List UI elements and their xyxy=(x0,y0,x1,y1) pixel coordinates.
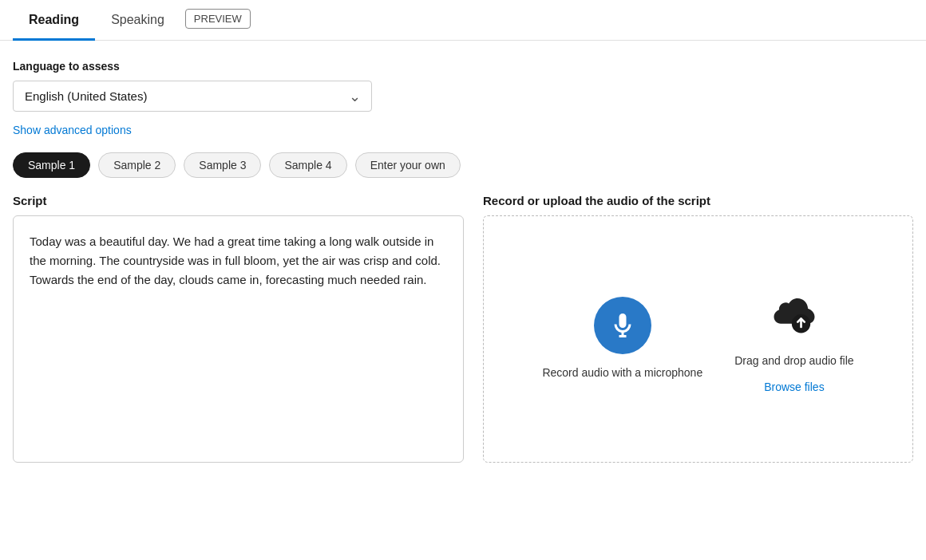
upload-audio-text: Drag and drop audio file xyxy=(734,353,853,369)
record-audio-option[interactable]: Record audio with a microphone xyxy=(542,297,702,381)
script-text-box: Today was a beautiful day. We had a grea… xyxy=(13,215,464,463)
tab-speaking[interactable]: Speaking xyxy=(95,0,180,41)
pill-enter-own[interactable]: Enter your own xyxy=(355,152,461,178)
tab-speaking-label: Speaking xyxy=(111,13,164,26)
cloud-upload-icon xyxy=(766,285,823,342)
script-text: Today was a beautiful day. We had a grea… xyxy=(30,235,441,286)
language-select[interactable]: English (United States) English (UK) Spa… xyxy=(13,81,372,112)
tab-reading[interactable]: Reading xyxy=(13,0,95,41)
microphone-icon[interactable] xyxy=(594,297,651,354)
tab-reading-label: Reading xyxy=(29,13,79,26)
record-audio-text: Record audio with a microphone xyxy=(542,365,702,381)
script-label: Script xyxy=(13,194,464,207)
pill-sample4[interactable]: Sample 4 xyxy=(269,152,346,178)
pill-sample1[interactable]: Sample 1 xyxy=(13,152,90,178)
main-content: Language to assess English (United State… xyxy=(0,41,926,475)
tabs-bar: Reading Speaking PREVIEW xyxy=(0,0,926,41)
language-label: Language to assess xyxy=(13,60,913,73)
language-select-wrapper: English (United States) English (UK) Spa… xyxy=(13,81,372,112)
audio-upload-box[interactable]: Record audio with a microphone Drag and xyxy=(483,215,913,463)
pill-sample3[interactable]: Sample 3 xyxy=(184,152,261,178)
advanced-options-link[interactable]: Show advanced options xyxy=(13,124,132,136)
upload-audio-option[interactable]: Drag and drop audio file Browse files xyxy=(734,285,853,393)
pill-sample2[interactable]: Sample 2 xyxy=(98,152,176,178)
script-section: Script Today was a beautiful day. We had… xyxy=(13,194,464,463)
mic-svg xyxy=(608,311,637,340)
browse-files-link[interactable]: Browse files xyxy=(764,381,824,393)
sample-pills-row: Sample 1 Sample 2 Sample 3 Sample 4 Ente… xyxy=(13,152,913,178)
content-columns: Script Today was a beautiful day. We had… xyxy=(13,194,913,463)
audio-section: Record or upload the audio of the script… xyxy=(483,194,913,463)
preview-badge[interactable]: PREVIEW xyxy=(185,9,251,29)
audio-label: Record or upload the audio of the script xyxy=(483,194,913,207)
